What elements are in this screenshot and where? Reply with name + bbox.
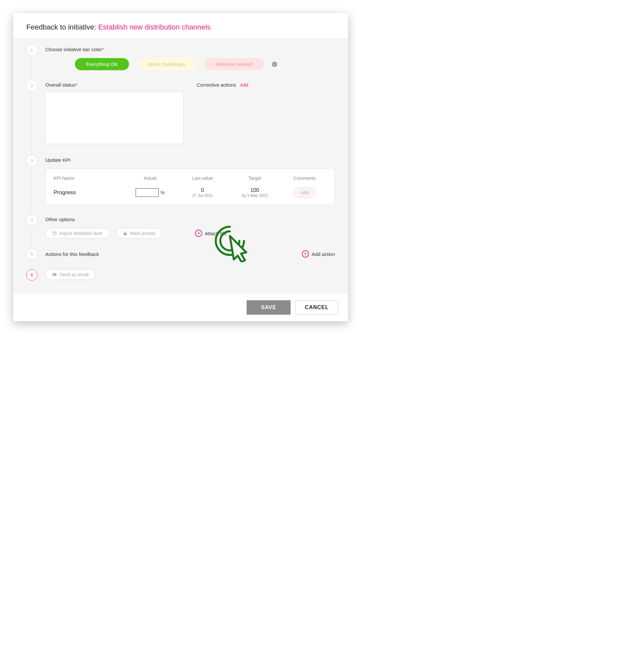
step-1-circle: 1 — [26, 45, 38, 56]
step-connector — [31, 225, 32, 252]
kpi-col-name: KPI Name — [54, 176, 122, 181]
calendar-icon — [52, 231, 57, 236]
feedback-modal: Feedback to initiative: Establish new di… — [13, 13, 348, 321]
kpi-col-actual: Actual — [125, 176, 174, 181]
step-3-circle: 3 — [26, 155, 38, 166]
kpi-col-target: Target — [230, 176, 279, 181]
cancel-button[interactable]: CANCEL — [295, 300, 338, 315]
step-connector — [31, 166, 32, 218]
save-button[interactable]: SAVE — [247, 300, 291, 315]
add-action-button[interactable]: + Add action — [302, 250, 335, 257]
step-connector — [31, 55, 32, 83]
info-icon[interactable]: i — [272, 62, 277, 67]
status-ok-button[interactable]: Everything OK — [75, 58, 129, 70]
modal-body: 1 Choose initiative bar color* Everythin… — [13, 38, 348, 294]
step-4: 4 Other options Adjust feedback date Mar… — [13, 214, 335, 248]
modal-header: Feedback to initiative: Establish new di… — [13, 13, 348, 38]
add-corrective-action-link[interactable]: Add — [240, 82, 248, 88]
step-6: 6 Send as email — [13, 269, 335, 284]
step-5-label: Actions for this feedback — [45, 251, 99, 257]
header-prefix: Feedback to initiative: — [26, 23, 96, 31]
step-2: 2 Overall status* Corrective actions Add — [13, 80, 335, 155]
kpi-add-comment-button[interactable]: Add — [294, 187, 316, 198]
kpi-last-date: 27 Jul 2022 — [178, 193, 227, 198]
step-1: 1 Choose initiative bar color* Everythin… — [13, 45, 335, 80]
plus-circle-icon: + — [195, 230, 202, 237]
step-6-circle: 6 — [26, 269, 38, 281]
plus-circle-icon: + — [302, 250, 309, 257]
step-connector — [31, 90, 32, 158]
step-5-circle: 5 — [26, 248, 38, 260]
status-minor-button[interactable]: Minor challenges — [137, 58, 196, 70]
corrective-actions-label: Corrective actions Add — [197, 82, 335, 88]
kpi-last-value: 0 — [178, 187, 227, 193]
overall-status-textarea[interactable] — [45, 92, 183, 144]
step-2-circle: 2 — [26, 80, 38, 91]
initiative-title-link[interactable]: Establish new distribution channels — [98, 23, 210, 31]
step-3-label: Update KPI — [45, 157, 335, 163]
step-3: 3 Update KPI KPI Name Actual Last value … — [13, 155, 335, 214]
send-as-email-button[interactable]: Send as email — [45, 269, 96, 280]
kpi-unit: % — [161, 190, 164, 195]
step-4-label: Other options — [45, 216, 335, 222]
lock-icon — [123, 231, 127, 236]
adjust-feedback-date-button[interactable]: Adjust feedback date — [45, 228, 109, 239]
kpi-col-comments: Comments — [283, 176, 327, 181]
kpi-name: Progress — [54, 189, 122, 196]
modal-footer: SAVE CANCEL — [13, 294, 348, 321]
kpi-actual-input[interactable] — [136, 188, 159, 197]
email-icon — [52, 272, 57, 277]
mark-private-button[interactable]: Mark private — [116, 228, 162, 239]
kpi-row: Progress % 0 27 Jul 2022 100 by 1 May 20… — [54, 187, 327, 198]
overall-status-label: Overall status* — [45, 82, 183, 88]
step-5: 5 Actions for this feedback + Add action — [13, 248, 335, 269]
step-4-circle: 4 — [26, 214, 38, 226]
status-attention-button[interactable]: Attention needed — [204, 58, 264, 70]
step-1-label: Choose initiative bar color* — [45, 46, 335, 52]
attach-file-button[interactable]: + Attach file — [195, 230, 227, 237]
kpi-table: KPI Name Actual Last value Target Commen… — [45, 169, 335, 205]
kpi-target-date: by 1 May 2023 — [230, 193, 279, 198]
kpi-col-last: Last value — [178, 176, 227, 181]
kpi-target-value: 100 — [230, 187, 279, 193]
